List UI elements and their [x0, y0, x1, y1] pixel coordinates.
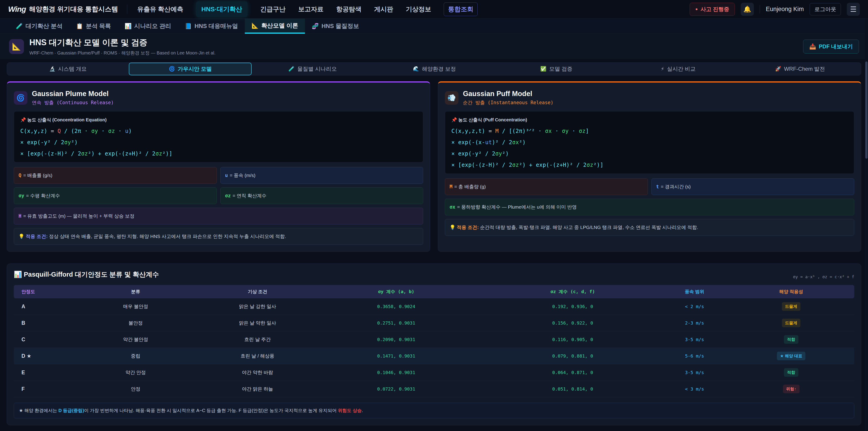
scrollbar-thumb[interactable]: [865, 61, 868, 159]
gaussian-plume-card: 🌀 Gaussian Plume Model 연속 방출 (Continuous…: [7, 81, 430, 252]
footnote-text: ★ 해양 환경에서는: [19, 408, 59, 413]
param-sigma-y: σy= 수평 확산계수: [14, 187, 217, 204]
tab-substance-scenarios[interactable]: 🧪 물질별 시나리오: [252, 63, 373, 75]
subnav-scenario-management[interactable]: 📊 시나리오 관리: [118, 19, 178, 34]
subnav-diffusion-analysis[interactable]: 🧪 대기확산 분석: [9, 19, 69, 34]
param-symbol: u: [225, 173, 228, 178]
table-row-D-highlighted[interactable]: D ★ 중립 흐린 날 / 해상풍 0.1471, 0.9031 0.079, …: [14, 348, 854, 364]
app-logo: Wing: [8, 5, 26, 13]
page-header: 📐 HNS 대기확산 모델 이론 및 검증 WRF-Chem · Gaussia…: [0, 34, 868, 59]
page-scrollbar[interactable]: [865, 19, 868, 431]
col-stability: 안정도: [14, 288, 64, 295]
subnav-hns-substance-info[interactable]: 🧬 HNS 물질정보: [305, 19, 366, 34]
tab-marine-correction[interactable]: 🌊 해양환경 보정: [373, 63, 495, 75]
logout-button[interactable]: 로그아웃: [810, 3, 841, 16]
param-desc: = 풍하방향 확산계수 — Plume에서는 u에 의해 이미 반영: [457, 204, 577, 210]
subnav-label: 확산모델 이론: [261, 22, 298, 30]
nav-item-weather[interactable]: 기상정보: [406, 5, 431, 13]
table-row-F[interactable]: F 안정 야간 맑은 하늘 0.0722, 0.9031 0.051, 0.81…: [14, 381, 854, 397]
page-icon-badge: 📐: [9, 39, 24, 54]
nav-item-emergency[interactable]: 긴급구난: [260, 5, 285, 13]
subnav-analysis-list[interactable]: 📋 분석 목록: [69, 19, 118, 34]
sigma-y-cell: 0.2751, 0.9031: [308, 320, 485, 326]
param-sigma-x: σx= 풍하방향 확산계수 — Plume에서는 u에 의해 이미 반영: [445, 199, 854, 215]
table-row-B[interactable]: B 불안정 맑은 날 약한 일사 0.2751, 0.9031 0.156, 0…: [14, 315, 854, 331]
subnav-model-theory[interactable]: 📐 확산모델 이론: [245, 19, 305, 34]
nav-item-oil-spill[interactable]: 유출유 확산예측: [137, 5, 183, 13]
applicability-badge: 드물게: [782, 319, 800, 327]
plume-card-subtitle: 연속 방출 (Continuous Release): [32, 99, 114, 106]
nav-item-integrated-search[interactable]: 통합조회: [444, 2, 477, 16]
col-sigma-y: σy 계수 (a, b): [308, 288, 485, 295]
param-desc: = 경과시간 (s): [661, 184, 690, 189]
user-name: Eunjeong Kim: [766, 6, 804, 13]
param-desc: = 수평 확산계수: [26, 193, 60, 198]
table-row-C[interactable]: C 약간 불안정 흐린 날 주간 0.2090, 0.9031 0.116, 0…: [14, 331, 854, 348]
lightning-icon: ⚡: [661, 66, 664, 72]
weather-cell: 흐린 날 / 해상풍: [207, 353, 308, 359]
applicability-badge: ★ 해양 대표: [777, 352, 805, 360]
tab-label: 시스템 개요: [58, 65, 87, 72]
class-cell: 매우 불안정: [64, 303, 207, 310]
param-sigma-z: σz= 연직 확산계수: [220, 187, 423, 204]
plume-params: Q= 배출률 (g/s) u= 풍속 (m/s) σy= 수평 확산계수 σz=…: [14, 167, 423, 245]
formula-seg: ]: [586, 128, 589, 134]
puff-formula-label: 📌 농도 산출식 (Puff Concentration): [452, 117, 848, 123]
incident-status-badge[interactable]: ● 사고 진행중: [690, 3, 735, 16]
badge-cell: 적합: [728, 335, 854, 344]
param-H: H= 유효 방출고도 (m) — 물리적 높이 + 부력 상승 보정: [14, 208, 423, 224]
page-title: HNS 대기확산 모델 이론 및 검증: [29, 37, 215, 48]
formula-seg: C(x,y,z): [20, 128, 48, 134]
param-t: t= 경과시간 (s): [651, 178, 855, 195]
microscope-icon: 🔬: [49, 66, 55, 72]
badge-cell: 드물게: [728, 302, 854, 311]
subnav-label: 대기확산 분석: [26, 22, 62, 30]
nav-item-board[interactable]: 게시판: [374, 5, 393, 13]
formula-seg: ²): [519, 139, 526, 146]
wind-cell: 2-3 m/s: [661, 320, 728, 326]
tab-realtime-comparison[interactable]: ⚡ 실시간 비교: [617, 63, 739, 75]
puff-formula-line-4: × [exp(-(z-H)² / 2σz²) + exp(-(z+H)² / 2…: [452, 162, 848, 168]
param-desc: = 유효 방출고도 (m) — 물리적 높이 + 부력 상승 보정: [23, 213, 134, 219]
model-cards-row: 🌀 Gaussian Plume Model 연속 방출 (Continuous…: [0, 75, 868, 252]
menu-button[interactable]: ☰: [847, 3, 860, 16]
wind-cell: < 3 m/s: [661, 386, 728, 392]
pdf-export-button[interactable]: 📥 PDF 내보내기: [803, 39, 859, 54]
notification-bell-button[interactable]: 🔔: [741, 3, 754, 16]
table-row-E[interactable]: E 약간 안정 야간 약한 바람 0.1046, 0.9031 0.064, 0…: [14, 364, 854, 381]
tab-system-overview[interactable]: 🔬 시스템 개요: [7, 63, 129, 75]
tab-model-validation[interactable]: ✅ 모델 검증: [495, 63, 617, 75]
tab-wrf-chem[interactable]: 🚀 WRF-Chem 발전: [739, 63, 861, 75]
formula-seg: σz: [579, 128, 586, 134]
table-row-A[interactable]: A 매우 불안정 맑은 날 강한 일사 0.3658, 0.9024 0.192…: [14, 298, 854, 315]
formula-seg: σy: [91, 128, 98, 134]
applicability-badge: 위험↑: [783, 385, 800, 393]
grade-cell: F: [14, 386, 64, 392]
nav-item-reports[interactable]: 보고자료: [298, 5, 323, 13]
weather-cell: 야간 약한 바람: [207, 369, 308, 376]
sigma-z-cell: 0.116, 0.905, 0: [485, 337, 661, 342]
subnav-label: 시나리오 관리: [134, 22, 171, 30]
puff-card-title: Gaussian Puff Model: [463, 90, 553, 98]
class-cell: 약간 불안정: [64, 336, 207, 343]
puff-params: M= 총 배출량 (g) t= 경과시간 (s) σx= 풍하방향 확산계수 —…: [445, 178, 854, 236]
note-label: 적용 조건:: [457, 225, 479, 230]
subnav-label: HNS 물질정보: [321, 22, 359, 30]
tab-gaussian-model[interactable]: 🌀 가우시안 모델: [129, 63, 252, 75]
subnav-hns-manual[interactable]: 📘 HNS 대응매뉴얼: [178, 19, 245, 34]
param-u: u= 풍속 (m/s): [220, 167, 423, 184]
badge-cell: 위험↑: [728, 385, 854, 393]
formula-seg: ·: [98, 128, 108, 134]
sigma-formula-note: σy = a·xᵇ , σz = c·xᵈ + f: [793, 274, 854, 279]
wind-cell: < 2 m/s: [661, 304, 728, 309]
nav-item-aerial-search[interactable]: 항공탐색: [336, 5, 362, 13]
puff-formula-line-3: × exp(-y² / 2σy²): [452, 151, 848, 157]
formula-seg: ²) + exp(-(z+H)² / 2: [88, 151, 156, 157]
param-symbol: σz: [225, 193, 231, 198]
pdf-export-label: PDF 내보내기: [819, 43, 853, 50]
plume-formula-line-1: C(x,y,z) = Q / (2π · σy · σz · u): [20, 128, 416, 134]
wave-icon: 🌊: [413, 66, 419, 72]
nav-item-hns-diffusion[interactable]: HNS·대기확산: [196, 1, 248, 17]
footnote-text: 이 가장 빈번하게 나타남. 해풍·육풍 전환 시 일시적으로 A~C 등급 출…: [84, 408, 338, 413]
grade-cell: A: [14, 304, 64, 310]
